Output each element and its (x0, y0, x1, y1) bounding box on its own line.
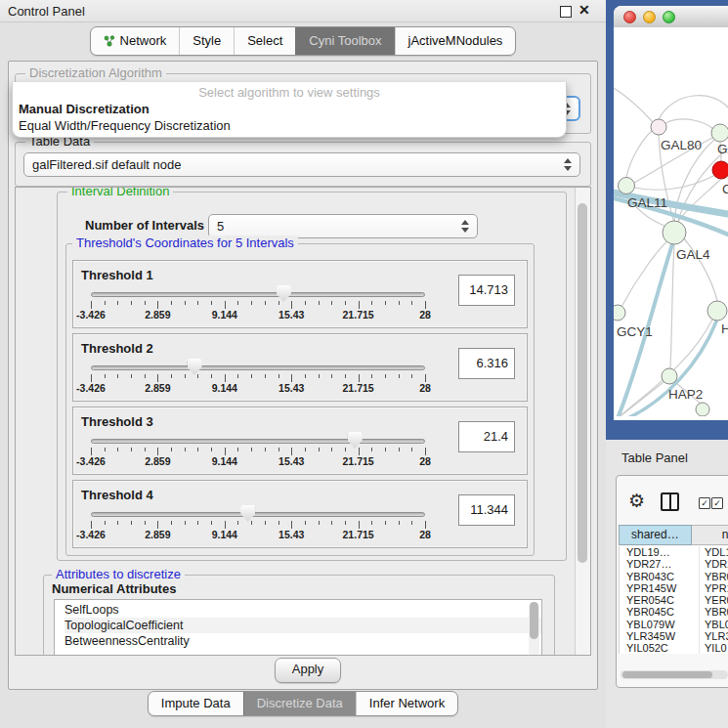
tab-jactivemnodules[interactable]: jActiveMNodules (395, 27, 516, 55)
tab-infer-network[interactable]: Infer Network (356, 692, 457, 715)
threshold-value-field[interactable]: 21.4 (458, 421, 515, 452)
settings-scroll-pane: Interval Definition Number of Intervals … (15, 187, 591, 656)
table-row[interactable]: YPR145WYPR1 (620, 582, 728, 594)
network-node[interactable] (651, 119, 666, 135)
column-layout-icon[interactable] (661, 492, 679, 511)
zoom-traffic-light-icon[interactable] (663, 11, 675, 23)
cell-shared-name[interactable]: YBL079W (620, 619, 699, 630)
threshold-value-field[interactable]: 14.713 (458, 275, 515, 306)
table-row[interactable]: YER054CYER0 (620, 594, 728, 606)
cell-name[interactable]: YBR0 (699, 571, 728, 582)
cell-shared-name[interactable]: YBR043C (620, 571, 699, 582)
checkbox-icon[interactable]: ✓ (699, 497, 710, 509)
table-rows: YDL19…YDL1YDR27…YDR2YBR043CYBR0YPR145WYP… (619, 546, 728, 654)
apply-button[interactable]: Apply (275, 658, 341, 683)
slider-thumb[interactable] (240, 505, 255, 522)
slider-tick-labels: -3.4262.8599.14415.4321.71528 (91, 309, 425, 321)
table-hscrollbar-thumb[interactable] (622, 671, 712, 678)
cell-name[interactable]: YBR0 (699, 606, 728, 618)
cell-name[interactable]: YDR2 (699, 558, 728, 570)
network-window-titlebar[interactable] (614, 6, 728, 28)
network-node[interactable] (696, 403, 709, 416)
table-row[interactable]: YBR045CYBR0 (620, 606, 728, 618)
table-hscrollbar[interactable] (621, 670, 728, 679)
cell-shared-name[interactable]: YDR27… (620, 558, 699, 570)
algorithm-option-2[interactable]: Equal Width/Frequency Discretization (19, 118, 231, 133)
close-icon[interactable]: ✕ (578, 2, 590, 18)
table-data-combobox[interactable]: galFiltered.sif default node (23, 152, 580, 177)
table-row[interactable]: YIL052CYIL0 (620, 642, 728, 654)
tab-style[interactable]: Style (179, 27, 234, 55)
slider-thumb[interactable] (348, 432, 363, 449)
table-row[interactable]: YDL19…YDL1 (620, 546, 728, 558)
algorithm-option-1[interactable]: Manual Discretization (19, 102, 150, 116)
cell-name[interactable]: YER0 (699, 594, 728, 606)
cell-shared-name[interactable]: YIL052C (620, 642, 699, 654)
slider-track[interactable] (91, 365, 425, 370)
gear-icon[interactable]: ⚙ (628, 492, 645, 510)
attribute-item[interactable]: TopologicalCoefficient (64, 618, 542, 633)
cell-shared-name[interactable]: YER054C (620, 594, 699, 606)
threshold-label: Threshold 2 (81, 341, 153, 356)
tab-impute-data[interactable]: Impute Data (149, 692, 243, 715)
float-window-icon[interactable] (560, 6, 572, 18)
right-side: GAL80GACGAL11GAL4GCY1HHAP2 Table Panel ⚙… (606, 0, 728, 728)
slider-track[interactable] (91, 439, 425, 444)
table-row[interactable]: YBR043CYBR0 (620, 571, 728, 582)
slider-thumb[interactable] (188, 359, 202, 375)
checkbox-icon[interactable]: ✓ (711, 497, 723, 509)
settings-scrollbar[interactable] (575, 188, 590, 655)
minimize-traffic-light-icon[interactable] (643, 11, 656, 23)
network-edge (670, 244, 674, 368)
network-node[interactable] (711, 124, 728, 142)
slider-ticks (91, 374, 425, 382)
attribute-item[interactable]: BetweennessCentrality (64, 633, 542, 649)
network-canvas[interactable]: GAL80GACGAL11GAL4GCY1HHAP2 (614, 27, 728, 416)
network-node[interactable] (663, 221, 686, 244)
table-row[interactable]: YLR345WYLR3 (620, 630, 728, 642)
attributes-list-scrollbar-thumb[interactable] (530, 602, 538, 639)
bottom-tab-bar: Impute DataDiscretize DataInfer Network (0, 691, 606, 716)
slider-track[interactable] (91, 292, 425, 297)
discretization-algorithm-group-title: Discretization Algorithm (25, 65, 166, 80)
network-node[interactable] (614, 305, 625, 321)
network-node[interactable] (707, 301, 727, 321)
tab-network[interactable]: Network (91, 27, 180, 55)
combo-arrows-icon (461, 220, 469, 233)
cell-name[interactable]: YPR1 (699, 582, 728, 594)
cell-shared-name[interactable]: YPR145W (620, 582, 699, 594)
slider-track[interactable] (91, 512, 425, 517)
column-header-name[interactable]: na (692, 525, 728, 545)
tab-discretize-data[interactable]: Discretize Data (243, 692, 356, 715)
tab-cyni-toolbox[interactable]: Cyni Toolbox (295, 27, 394, 55)
network-tab-icon (104, 35, 115, 47)
tab-label: Infer Network (369, 692, 445, 715)
control-panel-titlebar: Control Panel ✕ (0, 0, 606, 22)
cell-name[interactable]: YDL1 (699, 546, 728, 558)
threshold-value-field[interactable]: 6.316 (458, 348, 515, 379)
table-row[interactable]: YDR27…YDR2 (620, 558, 728, 570)
numerical-attributes-list[interactable]: SelfLoopsTopologicalCoefficientBetweenne… (54, 599, 542, 656)
cell-name[interactable]: YIL0 (699, 642, 727, 654)
network-node-label: GAL80 (661, 138, 702, 152)
network-node[interactable] (619, 178, 635, 194)
settings-scrollbar-thumb[interactable] (578, 203, 587, 563)
numerical-attributes-label: Numerical Attributes (52, 581, 176, 596)
threshold-value-field[interactable]: 11.344 (458, 494, 515, 526)
cell-shared-name[interactable]: YDL19… (620, 546, 699, 558)
table-row[interactable]: YBL079WYBL0 (620, 619, 728, 630)
column-header-shared-name[interactable]: shared… (619, 525, 692, 545)
cell-shared-name[interactable]: YBR045C (620, 606, 699, 618)
interval-definition-group: Interval Definition Number of Intervals … (57, 192, 567, 561)
attribute-item[interactable]: SelfLoops (64, 602, 542, 618)
cell-name[interactable]: YBL0 (699, 619, 728, 630)
close-traffic-light-icon[interactable] (623, 11, 636, 23)
network-edge (635, 176, 713, 190)
cell-shared-name[interactable]: YLR345W (620, 630, 699, 642)
network-node[interactable] (712, 161, 728, 179)
slider-thumb[interactable] (277, 285, 291, 302)
network-node[interactable] (662, 368, 677, 384)
tab-select[interactable]: Select (234, 27, 295, 55)
attributes-list-scrollbar[interactable] (529, 602, 539, 656)
cell-name[interactable]: YLR3 (699, 630, 728, 642)
